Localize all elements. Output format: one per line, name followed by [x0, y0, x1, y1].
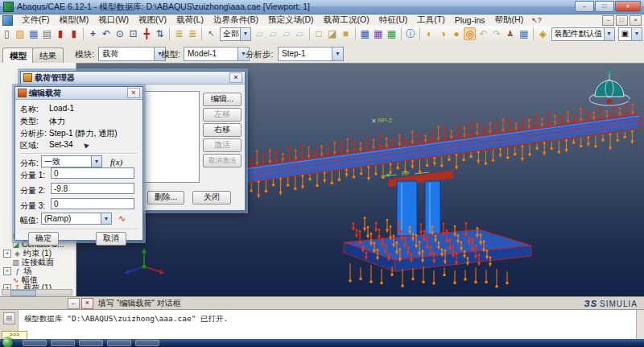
taskbar-button[interactable] [79, 340, 103, 346]
component3-input[interactable]: 0 [51, 198, 134, 209]
manager-edit-button[interactable]: 编辑... [203, 93, 242, 106]
component1-input[interactable]: 0 [51, 167, 134, 179]
selection-filter1-icon[interactable]: ▱ [254, 27, 266, 40]
manager-activate-button[interactable]: 激活 [203, 138, 242, 152]
mdi-minimize-button[interactable]: – [602, 15, 614, 26]
manager-deactivate-button[interactable]: 取消激活 [203, 154, 242, 167]
selection-filter3-icon[interactable]: ▱ [280, 27, 292, 40]
model-label: 模型: [161, 49, 180, 60]
fx-icon[interactable]: f(x) [110, 157, 122, 167]
maximize-button[interactable]: □ [595, 1, 614, 12]
mdi-window-controls: – □ × [602, 15, 642, 26]
render-style1-icon[interactable]: ◐ [423, 27, 436, 40]
step-combo[interactable]: Step-1 [278, 47, 344, 61]
job-monitor-icon[interactable]: ♟ [505, 27, 517, 40]
cycle-views-icon[interactable]: ⇅ [154, 27, 166, 40]
menu-feature[interactable]: 特征(U) [374, 14, 413, 26]
odb-database-icon[interactable]: ▮ [68, 27, 80, 40]
fit-view-icon[interactable]: ╋ [141, 27, 153, 40]
manager-delete-button[interactable]: 删除... [147, 191, 184, 204]
color-code-combo[interactable]: 装配件默认值 [551, 27, 615, 41]
tree-item-connector-sections[interactable]: ▥ 连接截面 [11, 258, 54, 266]
cancel-button[interactable]: 取消 [96, 232, 126, 246]
message-tab-icon[interactable]: ▤ [3, 312, 15, 324]
rotate-icon[interactable]: ↶ [101, 27, 113, 40]
wireframe-icon[interactable]: □ [313, 27, 325, 40]
main-toolbar: ▯ ▨ ▦ ▤ ▮ ▮ + ↶ ⊙ ⊡ ╋ ⇅ ≣ ≣ ↖ 全部 ▱ ▱ ▱ ▱… [0, 26, 644, 43]
shaded-icon[interactable]: ■ [340, 27, 352, 40]
menu-help[interactable]: 帮助(H) [490, 14, 529, 26]
amplitude-combo[interactable]: (Ramp) [41, 213, 112, 225]
hidden-line-icon[interactable]: ◪ [326, 27, 338, 40]
menu-file[interactable]: 文件(F) [17, 14, 54, 26]
prompt-cancel-icon[interactable]: × [81, 298, 93, 309]
info-icon[interactable]: ⓘ [405, 27, 417, 40]
load-manager-titlebar[interactable]: 载荷管理器 × [21, 72, 245, 85]
view-cut-purple-icon[interactable]: ▦ [372, 27, 384, 40]
view-cut-green-icon[interactable]: ▦ [386, 27, 398, 40]
menu-view[interactable]: 视图(V) [134, 14, 171, 26]
load-manager-close-icon[interactable]: × [229, 72, 242, 83]
expand-icon[interactable]: + [3, 267, 11, 275]
magnify-icon[interactable]: ⊙ [114, 27, 126, 40]
new-file-icon[interactable]: ▯ [1, 27, 13, 40]
start-orb[interactable] [2, 337, 13, 347]
manager-close-button[interactable]: 关闭 [192, 191, 231, 204]
probe-tool-icon[interactable]: ◎ [464, 27, 476, 40]
tab-model[interactable]: 模型 [2, 48, 34, 63]
prompt-back-icon[interactable]: ← [68, 298, 80, 309]
mdi-close-button[interactable]: × [630, 15, 642, 26]
amplitude-curve-icon[interactable]: ∿ [118, 213, 126, 224]
menu-plugins[interactable]: Plug-ins [450, 15, 490, 25]
module-combo[interactable]: 载荷 [98, 47, 166, 61]
distribution-combo[interactable]: 一致 [41, 155, 102, 167]
edit-load-titlebar[interactable]: 编辑载荷 × [15, 87, 142, 100]
redo-icon[interactable]: ↷ [491, 27, 503, 40]
menu-viewport[interactable]: 视口(W) [93, 14, 134, 26]
taskbar-button[interactable] [23, 340, 47, 346]
selection-scope-combo[interactable]: 全部 [220, 27, 251, 41]
manager-move-left-button[interactable]: 左移 [203, 108, 242, 122]
query-icon[interactable]: ≣ [173, 27, 185, 40]
zoom-box-icon[interactable]: ⊡ [127, 27, 139, 40]
view-compass[interactable]: z x [587, 68, 630, 105]
expand-icon[interactable]: + [3, 250, 11, 258]
edit-load-close-icon[interactable]: × [127, 88, 140, 98]
model-database-icon[interactable]: ▮ [55, 27, 67, 40]
menu-tools[interactable]: 工具(T) [412, 14, 449, 26]
view-cut-blue-icon[interactable]: ▦ [359, 27, 371, 40]
ok-button[interactable]: 确定 [28, 232, 59, 246]
select-cursor-icon[interactable]: ↖ [205, 27, 217, 40]
close-button[interactable]: × [615, 1, 641, 12]
minimize-button[interactable]: – [575, 1, 594, 12]
save-icon[interactable]: ▦ [27, 27, 39, 40]
query2-icon[interactable]: ≣ [187, 27, 199, 40]
visible-objects-combo[interactable]: ▣ [618, 27, 642, 41]
pan-icon[interactable]: + [87, 27, 99, 40]
selection-filter2-icon[interactable]: ▱ [267, 27, 279, 40]
model-combo[interactable]: Model-1 [184, 47, 250, 61]
menu-load[interactable]: 载荷(L) [171, 14, 208, 26]
message-scrollbar[interactable] [636, 310, 644, 340]
render-style2-icon[interactable]: ◑ [437, 27, 449, 40]
context-help-icon[interactable]: ↖? [528, 16, 545, 24]
mdi-restore-button[interactable]: □ [616, 15, 628, 26]
menu-predefined-field[interactable]: 预定义场(D) [263, 14, 319, 26]
manager-move-right-button[interactable]: 右移 [203, 123, 242, 137]
component2-input[interactable]: -9.8 [51, 183, 134, 194]
open-file-icon[interactable]: ▨ [14, 27, 27, 40]
menu-load-case[interactable]: 载荷工况(O) [319, 14, 374, 26]
undo-icon[interactable]: ↶ [477, 27, 489, 40]
tab-results[interactable]: 结果 [32, 48, 64, 63]
taskbar-button[interactable] [51, 340, 75, 346]
taskbar-button[interactable] [107, 340, 131, 346]
menu-model[interactable]: 模型(M) [54, 14, 93, 26]
menu-bc[interactable]: 边界条件(B) [208, 14, 263, 26]
tree-horizontal-scrollbar[interactable] [2, 289, 72, 295]
render-style3-icon[interactable]: ● [451, 27, 463, 40]
selection-filter4-icon[interactable]: ▱ [294, 27, 306, 40]
color-code-icon[interactable]: ◈ [537, 27, 549, 40]
field-output-icon[interactable]: ▦ [518, 27, 530, 40]
taskbar-button[interactable] [135, 340, 159, 346]
print-icon[interactable]: ▤ [41, 27, 53, 40]
